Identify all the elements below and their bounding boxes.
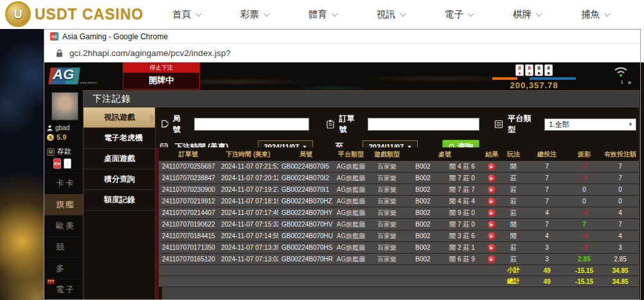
round-input[interactable] (194, 118, 309, 131)
nav-item-label: 體育 (309, 8, 327, 21)
site-logo[interactable]: U USDT CASINO (5, 1, 143, 27)
platform-select[interactable]: 1.全部 ▼ (544, 118, 636, 131)
sidebar-item[interactable]: 額度記錄 (84, 190, 155, 211)
chevron-down-icon (468, 10, 474, 17)
dealt-cards: 8 ♦ 8 ♦ 8 ♣ (492, 64, 576, 76)
cell-total-bet: 4 (528, 209, 566, 216)
cell-platform: AG旗艦廳 (334, 255, 368, 264)
grand-total-row: 總計 49 -15.15 34.85 (159, 276, 639, 287)
stop-betting-banner: 停止下注 (123, 63, 199, 73)
card-suit: ♣ (537, 71, 541, 75)
sidebar-item[interactable]: 電子老虎機 (84, 128, 155, 149)
replay-button[interactable]: ▶ (488, 163, 496, 171)
clipboard-icon (326, 120, 335, 129)
cell-payout: 0 (566, 198, 602, 205)
nav-item[interactable]: 棋牌 (513, 8, 541, 21)
cell-platform: AG旗艦廳 (334, 243, 368, 252)
table-row: 241107070230900 2024-11-07 07:19:27 GB00… (159, 184, 639, 196)
video-games-icon-row: K♥ 9 (53, 158, 71, 169)
cell-bet-time: 2024-11-07 07:21:51 (218, 163, 278, 170)
nav-item[interactable]: 視訊 (377, 8, 404, 21)
deposit-button[interactable]: U 存款 (47, 147, 71, 156)
table-row: 241107070219912 2024-11-07 07:18:19 GB00… (159, 196, 639, 207)
replay-button[interactable]: ▶ (488, 209, 496, 217)
hall-menu-item[interactable]: 多 (44, 258, 83, 279)
table-header-cell: 局號 (278, 150, 334, 159)
replay-button[interactable]: ▶ (488, 186, 496, 194)
cell-valid-bet: 7 (602, 163, 638, 170)
playing-card: 8 ♦ (525, 64, 533, 76)
nav-item[interactable]: 體育 (309, 8, 336, 21)
hall-menu-item[interactable]: 旗艦 (44, 194, 83, 215)
cell-play-type: 莊 (499, 185, 528, 194)
platform-selected-value: 1.全部 (549, 120, 569, 129)
card-rank: 8 (547, 66, 550, 71)
platform-label: 平台類型 (508, 113, 537, 135)
nav-item[interactable]: 捕魚 (581, 8, 609, 21)
sidebar-item-icon (89, 174, 100, 184)
table-header-cell: 總投注 (528, 150, 566, 159)
cell-platform: AG旗艦廳 (334, 162, 368, 171)
card-suit: ♦ (528, 71, 531, 75)
replay-button[interactable]: ▶ (488, 256, 496, 263)
nav-item[interactable]: 首頁 (172, 8, 200, 21)
table-rows: 241107070255697 2024-11-07 07:21:51 GB00… (159, 161, 639, 265)
replay-button[interactable]: ▶ (488, 198, 496, 205)
seat-number: 1 (621, 79, 623, 85)
address-bar[interactable]: gci.2hhapi.com/agingame/pcv2/index.jsp? (44, 43, 640, 62)
hall-menu-item[interactable]: 競 (44, 236, 83, 258)
cell-game-type: 百家樂 (368, 220, 406, 229)
replay-button[interactable]: ▶ (488, 232, 496, 240)
cell-platform: AG旗艦廳 (334, 185, 368, 194)
cell-result: 閒 4 莊 4 (440, 197, 484, 206)
cell-platform: AG旗艦廳 (334, 220, 368, 229)
platform-list-icon (494, 120, 503, 129)
chevron-down-icon (195, 10, 202, 17)
cell-game-type: 百家樂 (368, 197, 406, 206)
replay-button[interactable]: ▶ (488, 244, 496, 252)
window-titlebar[interactable]: AG Asia Gaming - Google Chrome (44, 30, 640, 43)
sidebar-item[interactable]: 積分查詢 (84, 169, 155, 190)
subtotal-row: 小計 49 -15.15 34.85 (159, 265, 639, 276)
cell-valid-bet: 0 (602, 198, 638, 205)
replay-button[interactable]: ▶ (488, 174, 496, 182)
table-header-row: 訂單號 下注時間 (美東) 局號 平台類型 遊戲類型 (159, 147, 639, 161)
coin-icon: $ (47, 134, 54, 141)
table-header-cell: 下注時間 (美東) (218, 150, 278, 159)
cell-result: 閒 6 莊 9 (440, 255, 484, 264)
cell-payout: -4 (566, 232, 602, 239)
chevron-down-icon (264, 10, 270, 17)
table-header-cell: 桌號 (406, 150, 484, 159)
sidebar-item[interactable]: 桌面遊戲 (84, 149, 155, 169)
opening-cards-status: 開牌中 (123, 73, 199, 89)
site-topbar: U USDT CASINO 首頁 彩票 體育 (0, 0, 644, 29)
cell-total-bet: 3 (528, 244, 566, 251)
nav-item[interactable]: 彩票 (240, 8, 268, 21)
cell-payout: -7 (566, 174, 602, 182)
order-input[interactable] (368, 118, 479, 131)
table-row: 241107070171350 2024-11-07 07:13:39 GB00… (159, 242, 639, 254)
mini-card-icon: 9 (64, 158, 71, 169)
cell-total-bet: 7 (528, 198, 566, 205)
cell-round-no: GB00224B070HY (278, 209, 334, 216)
cell-result: 閒 9 莊 0 (440, 209, 484, 218)
cell-table-no: B002 (406, 232, 440, 239)
hall-menu-item[interactable]: 卡卡 (44, 173, 83, 194)
cell-valid-bet: 0 (602, 186, 638, 193)
cell-payout: -7 (566, 163, 602, 170)
table-header-cell: 結果 (484, 150, 499, 159)
sidebar-item[interactable]: 視訊遊戲 (84, 108, 155, 128)
nav-item[interactable]: 電子 (445, 8, 472, 21)
nav-item-label: 電子 (445, 8, 463, 21)
cell-result: 閒 7 莊 0 (440, 220, 484, 229)
hall-menu-label: 電子 (56, 284, 75, 295)
cell-payout: 2.85 (566, 256, 602, 263)
cell-bet-time: 2024-11-07 07:20:12 (218, 174, 278, 182)
hall-menu-item[interactable]: 歐美 (44, 215, 83, 236)
nav-item-label: 棋牌 (513, 8, 532, 21)
replay-button[interactable]: ▶ (488, 221, 496, 229)
subtotal-payout: -15.15 (566, 267, 602, 274)
lock-icon (56, 49, 63, 57)
ag-favicon-icon: AG (50, 32, 58, 41)
sidebar-item-label: 積分查詢 (104, 174, 135, 185)
